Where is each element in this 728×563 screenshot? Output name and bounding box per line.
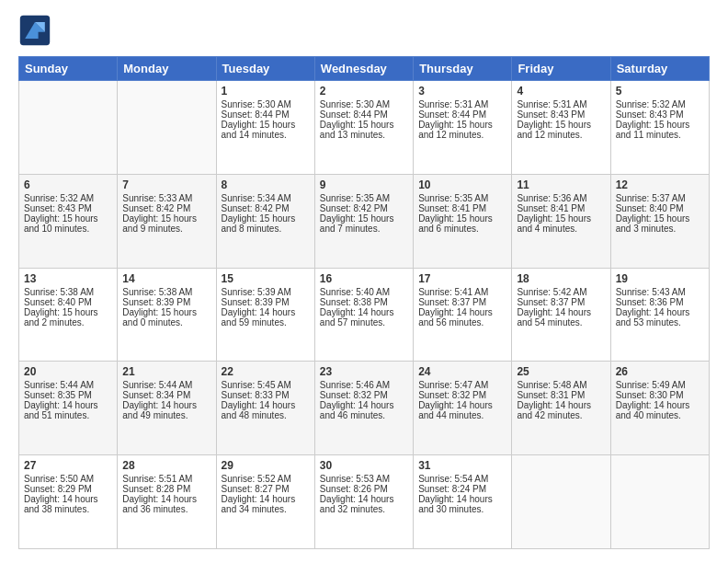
day-number: 28 xyxy=(122,459,210,472)
day-info-line: Sunrise: 5:46 AM xyxy=(320,380,408,390)
day-info-line: Sunset: 8:38 PM xyxy=(320,297,408,307)
day-info-line: Daylight: 15 hours xyxy=(24,213,112,224)
day-info-line: Daylight: 15 hours xyxy=(222,213,310,224)
calendar-cell: 16Sunrise: 5:40 AMSunset: 8:38 PMDayligh… xyxy=(314,268,413,362)
day-number: 2 xyxy=(320,85,408,98)
day-info-line: Sunset: 8:44 PM xyxy=(320,109,408,120)
calendar-cell: 24Sunrise: 5:47 AMSunset: 8:32 PMDayligh… xyxy=(414,362,512,455)
day-number: 13 xyxy=(24,272,112,285)
day-info-line: Daylight: 15 hours xyxy=(616,120,704,130)
day-info-line: Sunset: 8:40 PM xyxy=(24,297,112,307)
day-info-line: Sunrise: 5:30 AM xyxy=(320,99,408,109)
day-info-line: Sunrise: 5:32 AM xyxy=(24,193,112,203)
day-info-line: Sunrise: 5:44 AM xyxy=(122,380,210,390)
day-number: 7 xyxy=(122,178,210,191)
day-number: 9 xyxy=(320,178,408,191)
day-number: 23 xyxy=(320,365,408,378)
day-info-line: and 12 minutes. xyxy=(517,130,605,140)
day-info-line: Sunrise: 5:51 AM xyxy=(122,474,210,484)
calendar-table: SundayMondayTuesdayWednesdayThursdayFrid… xyxy=(18,56,710,549)
day-header-thursday: Thursday xyxy=(414,57,512,81)
day-info-line: Daylight: 15 hours xyxy=(320,120,408,130)
calendar-cell: 7Sunrise: 5:33 AMSunset: 8:42 PMDaylight… xyxy=(118,174,216,268)
day-info-line: Daylight: 15 hours xyxy=(24,307,112,317)
day-info-line: and 59 minutes. xyxy=(222,317,310,327)
day-info-line: and 12 minutes. xyxy=(418,130,506,140)
calendar-cell xyxy=(19,81,118,175)
day-info-line: Daylight: 14 hours xyxy=(616,400,704,410)
day-info-line: Sunset: 8:43 PM xyxy=(616,109,704,120)
day-number: 22 xyxy=(222,365,310,378)
day-header-saturday: Saturday xyxy=(610,57,709,81)
day-info-line: Daylight: 15 hours xyxy=(320,213,408,224)
day-number: 4 xyxy=(517,85,605,98)
day-info-line: and 36 minutes. xyxy=(122,504,210,514)
day-number: 18 xyxy=(517,272,605,285)
day-info-line: and 54 minutes. xyxy=(517,317,605,327)
day-info-line: Sunrise: 5:34 AM xyxy=(222,193,310,203)
day-info-line: Sunset: 8:44 PM xyxy=(418,109,506,120)
calendar-header-row: SundayMondayTuesdayWednesdayThursdayFrid… xyxy=(19,57,710,81)
day-info-line: Sunset: 8:36 PM xyxy=(616,297,704,307)
day-number: 19 xyxy=(616,272,704,285)
day-info-line: Sunrise: 5:45 AM xyxy=(222,380,310,390)
day-info-line: Sunrise: 5:50 AM xyxy=(24,474,112,484)
calendar-cell: 27Sunrise: 5:50 AMSunset: 8:29 PMDayligh… xyxy=(19,455,118,549)
day-info-line: Sunset: 8:44 PM xyxy=(222,109,310,120)
day-info-line: Daylight: 15 hours xyxy=(222,120,310,130)
day-info-line: and 46 minutes. xyxy=(320,410,408,420)
day-info-line: Sunrise: 5:47 AM xyxy=(418,380,506,390)
day-number: 26 xyxy=(616,365,704,378)
day-info-line: and 11 minutes. xyxy=(616,130,704,140)
calendar-cell: 15Sunrise: 5:39 AMSunset: 8:39 PMDayligh… xyxy=(216,268,314,362)
day-number: 8 xyxy=(222,178,310,191)
day-info-line: Sunset: 8:37 PM xyxy=(517,297,605,307)
day-info-line: and 3 minutes. xyxy=(616,224,704,234)
day-info-line: Daylight: 15 hours xyxy=(418,120,506,130)
day-info-line: and 4 minutes. xyxy=(517,224,605,234)
day-number: 31 xyxy=(418,459,506,472)
day-number: 17 xyxy=(418,272,506,285)
day-number: 6 xyxy=(24,178,112,191)
day-info-line: and 34 minutes. xyxy=(222,504,310,514)
day-number: 16 xyxy=(320,272,408,285)
calendar-cell: 8Sunrise: 5:34 AMSunset: 8:42 PMDaylight… xyxy=(216,174,314,268)
calendar-week-row: 6Sunrise: 5:32 AMSunset: 8:43 PMDaylight… xyxy=(19,174,710,268)
calendar-cell: 9Sunrise: 5:35 AMSunset: 8:42 PMDaylight… xyxy=(314,174,413,268)
day-info-line: Sunrise: 5:32 AM xyxy=(616,99,704,109)
calendar-cell: 12Sunrise: 5:37 AMSunset: 8:40 PMDayligh… xyxy=(610,174,709,268)
calendar-cell: 29Sunrise: 5:52 AMSunset: 8:27 PMDayligh… xyxy=(216,455,314,549)
day-info-line: Sunset: 8:42 PM xyxy=(222,203,310,213)
day-number: 1 xyxy=(222,85,310,98)
day-number: 10 xyxy=(418,178,506,191)
day-info-line: Sunset: 8:43 PM xyxy=(517,109,605,120)
day-info-line: Sunrise: 5:38 AM xyxy=(24,287,112,297)
day-info-line: Daylight: 14 hours xyxy=(418,307,506,317)
calendar-cell: 10Sunrise: 5:35 AMSunset: 8:41 PMDayligh… xyxy=(414,174,512,268)
day-info-line: Sunrise: 5:30 AM xyxy=(222,99,310,109)
calendar-cell: 30Sunrise: 5:53 AMSunset: 8:26 PMDayligh… xyxy=(314,455,413,549)
day-number: 24 xyxy=(418,365,506,378)
day-number: 3 xyxy=(418,85,506,98)
calendar-cell: 4Sunrise: 5:31 AMSunset: 8:43 PMDaylight… xyxy=(512,81,610,175)
day-info-line: and 32 minutes. xyxy=(320,504,408,514)
day-info-line: Sunrise: 5:48 AM xyxy=(517,380,605,390)
day-info-line: Sunset: 8:34 PM xyxy=(122,390,210,400)
day-info-line: and 7 minutes. xyxy=(320,224,408,234)
day-info-line: Sunset: 8:33 PM xyxy=(222,390,310,400)
day-info-line: Daylight: 14 hours xyxy=(24,494,112,504)
calendar-cell: 6Sunrise: 5:32 AMSunset: 8:43 PMDaylight… xyxy=(19,174,118,268)
day-info-line: and 48 minutes. xyxy=(222,410,310,420)
day-info-line: Sunrise: 5:36 AM xyxy=(517,193,605,203)
day-header-wednesday: Wednesday xyxy=(314,57,413,81)
day-info-line: Sunrise: 5:43 AM xyxy=(616,287,704,297)
day-number: 15 xyxy=(222,272,310,285)
calendar-cell: 21Sunrise: 5:44 AMSunset: 8:34 PMDayligh… xyxy=(118,362,216,455)
calendar-cell: 18Sunrise: 5:42 AMSunset: 8:37 PMDayligh… xyxy=(512,268,610,362)
calendar-cell: 25Sunrise: 5:48 AMSunset: 8:31 PMDayligh… xyxy=(512,362,610,455)
day-info-line: Sunrise: 5:42 AM xyxy=(517,287,605,297)
calendar-cell: 2Sunrise: 5:30 AMSunset: 8:44 PMDaylight… xyxy=(314,81,413,175)
day-info-line: Daylight: 14 hours xyxy=(517,307,605,317)
day-info-line: Daylight: 14 hours xyxy=(320,400,408,410)
day-info-line: and 14 minutes. xyxy=(222,130,310,140)
